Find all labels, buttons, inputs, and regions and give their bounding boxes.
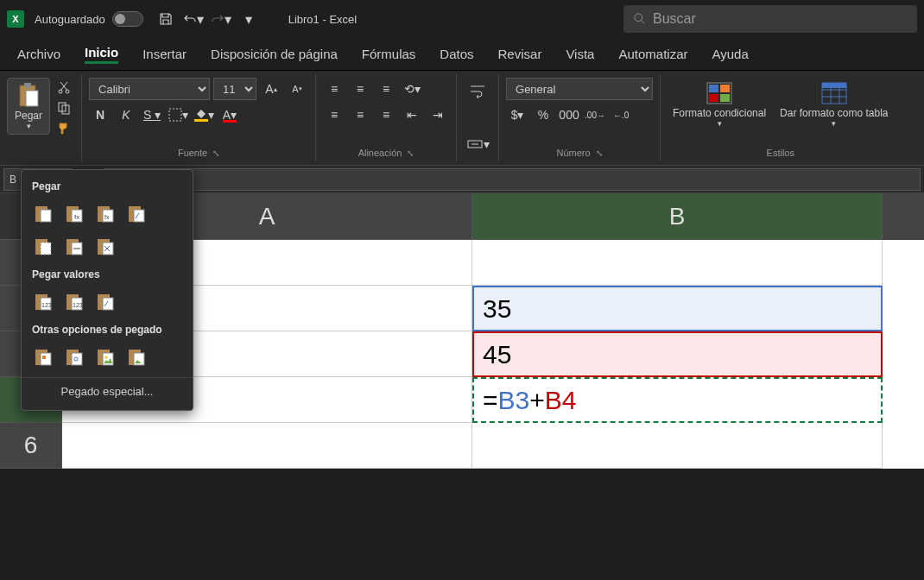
bold-icon[interactable]: N xyxy=(89,104,111,126)
decrease-indent-icon[interactable]: ⇤ xyxy=(401,104,423,126)
copy-icon[interactable] xyxy=(54,98,74,117)
merge-icon[interactable]: ▾ xyxy=(464,130,491,158)
svg-rect-9 xyxy=(194,119,208,122)
paste-values-number-icon[interactable]: 123 xyxy=(61,289,87,315)
search-icon xyxy=(634,13,646,25)
svg-rect-15 xyxy=(709,94,718,102)
increase-font-icon[interactable]: A▴ xyxy=(260,78,282,100)
paste-formulas-number-icon[interactable]: fx xyxy=(92,201,118,227)
font-color-icon[interactable]: A▾ xyxy=(218,104,241,126)
paste-column-width-icon[interactable] xyxy=(61,234,87,260)
styles-group-label: Estilos xyxy=(767,148,794,158)
format-painter-icon[interactable] xyxy=(54,119,74,138)
table-icon xyxy=(820,81,848,105)
svg-point-0 xyxy=(635,14,642,22)
chevron-down-icon: ▾ xyxy=(27,122,31,130)
paste-all-icon[interactable] xyxy=(30,201,56,227)
paste-no-borders-icon[interactable] xyxy=(30,234,56,260)
svg-rect-28 xyxy=(134,210,144,222)
cell[interactable] xyxy=(62,423,472,469)
align-left-icon[interactable]: ≡ xyxy=(323,104,345,126)
tab-insertar[interactable]: Insertar xyxy=(132,41,197,66)
styles-group: Formato condicional ▾ Dar formato como t… xyxy=(661,74,900,161)
dialog-launcher-icon[interactable]: ⤡ xyxy=(407,148,414,158)
increase-indent-icon[interactable]: ⇥ xyxy=(427,104,449,126)
align-middle-icon[interactable]: ≡ xyxy=(349,78,371,100)
qat-dropdown-icon[interactable]: ▾ xyxy=(237,7,261,31)
increase-decimal-icon[interactable]: .00→ xyxy=(584,104,606,126)
orientation-icon[interactable]: ⟲▾ xyxy=(401,78,423,100)
cell[interactable] xyxy=(472,423,883,469)
svg-text:123: 123 xyxy=(73,302,83,308)
column-header-b[interactable]: B xyxy=(472,193,883,240)
save-icon[interactable] xyxy=(154,7,178,31)
border-icon[interactable]: ▾ xyxy=(167,104,189,126)
font-group-label: Fuente xyxy=(178,148,207,158)
paste-picture-icon[interactable] xyxy=(92,344,118,370)
align-right-icon[interactable]: ≡ xyxy=(375,104,397,126)
fill-color-icon[interactable]: ▾ xyxy=(193,104,215,126)
svg-rect-3 xyxy=(26,91,38,106)
paste-button[interactable]: Pegar ▾ xyxy=(7,78,50,135)
comma-icon[interactable]: 000 xyxy=(558,104,580,126)
cell-b4[interactable]: 45 xyxy=(472,331,883,377)
paste-formatting-icon[interactable] xyxy=(30,344,56,370)
dialog-launcher-icon[interactable]: ⤡ xyxy=(212,148,219,158)
tab-vista[interactable]: Vista xyxy=(555,41,604,66)
row-header-6[interactable]: 6 xyxy=(0,423,62,469)
svg-rect-14 xyxy=(720,85,730,92)
tab-revisar[interactable]: Revisar xyxy=(488,41,553,66)
undo-icon[interactable]: ▾ xyxy=(181,7,206,31)
currency-icon[interactable]: $▾ xyxy=(506,104,528,126)
italic-icon[interactable]: K xyxy=(115,104,137,126)
autosave-toggle[interactable]: Autoguardado xyxy=(35,11,143,27)
tab-formulas[interactable]: Fórmulas xyxy=(351,41,427,66)
percent-icon[interactable]: % xyxy=(532,104,554,126)
redo-icon[interactable]: ▾ xyxy=(209,7,233,31)
svg-point-50 xyxy=(105,356,108,359)
svg-text:fx: fx xyxy=(104,214,110,220)
svg-rect-42 xyxy=(103,298,113,310)
cell-b3[interactable]: 35 xyxy=(472,286,883,331)
paste-dropdown-menu: Pegar fx fx Pegar valores 123 123 Otras … xyxy=(21,169,193,411)
align-center-icon[interactable]: ≡ xyxy=(349,104,371,126)
svg-rect-8 xyxy=(169,109,181,121)
underline-icon[interactable]: S ▾ xyxy=(141,104,163,126)
cell[interactable] xyxy=(472,240,883,286)
formula-input[interactable]: =B3+B4 xyxy=(104,168,921,191)
font-group: Calibri 11 A▴ A▾ N K S ▾ ▾ ▾ A▾ Fuente⤡ xyxy=(82,74,316,161)
paste-values-icon[interactable]: 123 xyxy=(30,289,56,315)
paste-formulas-icon[interactable]: fx xyxy=(61,201,87,227)
align-bottom-icon[interactable]: ≡ xyxy=(375,78,397,100)
search-placeholder: Buscar xyxy=(653,11,696,27)
wrap-text-icon[interactable] xyxy=(464,78,491,105)
paste-transpose-icon[interactable] xyxy=(92,234,118,260)
tab-disposicion[interactable]: Disposición de página xyxy=(200,41,348,66)
paste-values-source-icon[interactable] xyxy=(92,289,118,315)
decrease-decimal-icon[interactable]: ←.0 xyxy=(610,104,632,126)
decrease-font-icon[interactable]: A▾ xyxy=(286,78,308,100)
paste-link-icon[interactable] xyxy=(61,344,87,370)
svg-rect-2 xyxy=(24,83,31,88)
search-input[interactable]: Buscar xyxy=(623,5,917,33)
tab-archivo[interactable]: Archivo xyxy=(7,41,71,66)
format-as-table-button[interactable]: Dar formato como tabla ▾ xyxy=(775,78,893,131)
tab-inicio[interactable]: Inicio xyxy=(74,40,129,69)
paste-special-item[interactable]: Pegado especial... xyxy=(22,377,193,405)
paste-keep-source-icon[interactable] xyxy=(123,201,149,227)
cell-b5[interactable]: =B3+B4 xyxy=(472,377,883,423)
number-group-label: Número xyxy=(556,148,590,158)
conditional-format-button[interactable]: Formato condicional ▾ xyxy=(668,78,771,131)
toggle-icon[interactable] xyxy=(112,11,143,27)
tab-datos[interactable]: Datos xyxy=(429,41,484,66)
font-name-select[interactable]: Calibri xyxy=(89,78,210,100)
font-size-select[interactable]: 11 xyxy=(213,78,256,100)
tab-automatizar[interactable]: Automatizar xyxy=(608,41,698,66)
dialog-launcher-icon[interactable]: ⤡ xyxy=(596,148,603,158)
align-top-icon[interactable]: ≡ xyxy=(323,78,345,100)
number-format-select[interactable]: General xyxy=(506,78,653,100)
cut-icon[interactable] xyxy=(54,78,74,97)
clipboard-group: Pegar ▾ xyxy=(0,74,82,161)
tab-ayuda[interactable]: Ayuda xyxy=(702,41,759,66)
paste-linked-picture-icon[interactable] xyxy=(123,344,149,370)
